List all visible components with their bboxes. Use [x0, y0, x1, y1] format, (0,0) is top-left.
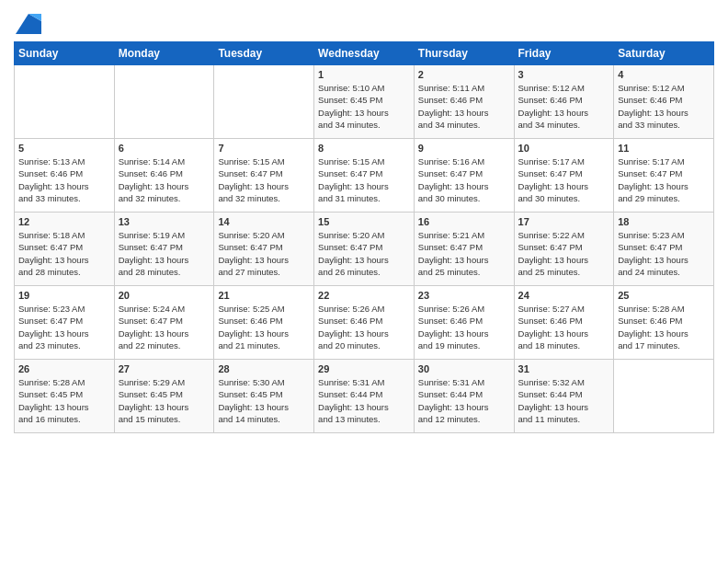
sun-time: and 24 minutes.	[618, 267, 680, 277]
day-info: Sunrise: 5:23 AMSunset: 6:47 PMDaylight:…	[18, 303, 110, 351]
daylight-hours: Daylight: 13 hours	[119, 402, 189, 412]
day-info: Sunrise: 5:18 AMSunset: 6:47 PMDaylight:…	[18, 229, 110, 278]
calendar-table: SundayMondayTuesdayWednesdayThursdayFrid…	[14, 41, 714, 433]
sun-time: and 27 minutes.	[218, 267, 280, 277]
daylight-hours: Daylight: 13 hours	[119, 181, 189, 191]
calendar-cell: 19Sunrise: 5:23 AMSunset: 6:47 PMDayligh…	[15, 286, 115, 360]
sun-time: Sunrise: 5:22 AM	[518, 230, 585, 240]
calendar-cell: 21Sunrise: 5:25 AMSunset: 6:46 PMDayligh…	[214, 286, 314, 360]
calendar-cell: 12Sunrise: 5:18 AMSunset: 6:47 PMDayligh…	[15, 213, 115, 286]
day-number: 17	[518, 216, 610, 227]
daylight-hours: Daylight: 13 hours	[18, 328, 89, 339]
sun-time: and 30 minutes.	[518, 193, 581, 203]
sun-time: Sunrise: 5:18 AM	[18, 230, 85, 240]
sun-time: Sunset: 6:45 PM	[18, 389, 83, 399]
daylight-hours: Daylight: 13 hours	[518, 108, 589, 118]
calendar-cell: 25Sunrise: 5:28 AMSunset: 6:46 PMDayligh…	[614, 286, 714, 360]
calendar-cell: 7Sunrise: 5:15 AMSunset: 6:47 PMDaylight…	[214, 139, 314, 213]
sun-time: Sunrise: 5:30 AM	[218, 377, 284, 387]
sun-time: and 34 minutes.	[518, 120, 581, 130]
sun-time: and 31 minutes.	[318, 193, 381, 203]
calendar-cell: 20Sunrise: 5:24 AMSunset: 6:47 PMDayligh…	[114, 286, 214, 360]
sun-time: Sunrise: 5:11 AM	[418, 83, 484, 93]
calendar-cell: 11Sunrise: 5:17 AMSunset: 6:47 PMDayligh…	[614, 139, 714, 213]
sun-time: Sunset: 6:46 PM	[418, 95, 483, 105]
sun-time: Sunset: 6:47 PM	[418, 242, 483, 252]
calendar-week-row: 1Sunrise: 5:10 AMSunset: 6:45 PMDaylight…	[15, 65, 714, 139]
sun-time: Sunrise: 5:24 AM	[119, 304, 185, 314]
column-header-wednesday: Wednesday	[314, 42, 415, 65]
day-number: 10	[518, 143, 610, 154]
calendar-cell: 9Sunrise: 5:16 AMSunset: 6:47 PMDaylight…	[414, 139, 514, 213]
column-header-thursday: Thursday	[414, 42, 514, 65]
daylight-hours: Daylight: 13 hours	[518, 402, 589, 412]
sun-time: Sunrise: 5:25 AM	[218, 304, 284, 314]
calendar-cell: 24Sunrise: 5:27 AMSunset: 6:46 PMDayligh…	[514, 286, 614, 360]
daylight-hours: Daylight: 13 hours	[618, 255, 688, 265]
sun-time: Sunset: 6:47 PM	[218, 242, 282, 252]
sun-time: Sunset: 6:46 PM	[318, 316, 382, 326]
calendar-week-row: 19Sunrise: 5:23 AMSunset: 6:47 PMDayligh…	[15, 286, 714, 360]
day-info: Sunrise: 5:29 AMSunset: 6:45 PMDaylight:…	[119, 376, 210, 425]
sun-time: Sunset: 6:46 PM	[518, 316, 583, 326]
sun-time: Sunrise: 5:16 AM	[418, 156, 484, 167]
calendar-cell: 3Sunrise: 5:12 AMSunset: 6:46 PMDaylight…	[514, 65, 614, 139]
day-info: Sunrise: 5:32 AMSunset: 6:44 PMDaylight:…	[518, 376, 610, 425]
sun-time: Sunset: 6:46 PM	[618, 316, 682, 326]
sun-time: Sunrise: 5:32 AM	[518, 377, 585, 387]
sun-time: Sunset: 6:47 PM	[618, 168, 682, 178]
calendar-cell: 1Sunrise: 5:10 AMSunset: 6:45 PMDaylight…	[314, 65, 415, 139]
page-container: SundayMondayTuesdayWednesdayThursdayFrid…	[0, 0, 728, 447]
sun-time: Sunrise: 5:31 AM	[318, 377, 384, 387]
day-info: Sunrise: 5:17 AMSunset: 6:47 PMDaylight:…	[618, 155, 710, 204]
sun-time: Sunrise: 5:26 AM	[318, 304, 384, 314]
sun-time: Sunset: 6:46 PM	[218, 316, 282, 326]
sun-time: Sunset: 6:46 PM	[618, 95, 682, 105]
sun-time: Sunset: 6:47 PM	[18, 242, 83, 252]
day-info: Sunrise: 5:11 AMSunset: 6:46 PMDaylight:…	[418, 82, 510, 131]
sun-time: Sunrise: 5:28 AM	[18, 377, 85, 387]
day-number: 13	[119, 216, 210, 227]
calendar-cell: 15Sunrise: 5:20 AMSunset: 6:47 PMDayligh…	[314, 213, 415, 286]
logo-icon	[16, 14, 41, 34]
page-header	[14, 9, 714, 34]
day-number: 7	[218, 143, 310, 154]
sun-time: and 21 minutes.	[218, 340, 280, 350]
day-number: 24	[518, 290, 610, 301]
calendar-cell: 28Sunrise: 5:30 AMSunset: 6:45 PMDayligh…	[214, 360, 314, 433]
sun-time: Sunrise: 5:27 AM	[518, 304, 585, 314]
daylight-hours: Daylight: 13 hours	[618, 108, 688, 118]
sun-time: and 11 minutes.	[518, 414, 581, 424]
daylight-hours: Daylight: 13 hours	[418, 328, 489, 339]
sun-time: and 20 minutes.	[318, 340, 381, 350]
column-header-monday: Monday	[114, 42, 214, 65]
sun-time: Sunrise: 5:15 AM	[318, 156, 384, 167]
calendar-cell	[15, 65, 115, 139]
daylight-hours: Daylight: 13 hours	[218, 181, 289, 191]
daylight-hours: Daylight: 13 hours	[318, 255, 389, 265]
daylight-hours: Daylight: 13 hours	[318, 328, 389, 339]
sun-time: Sunrise: 5:20 AM	[318, 230, 384, 240]
daylight-hours: Daylight: 13 hours	[218, 255, 289, 265]
daylight-hours: Daylight: 13 hours	[318, 108, 389, 118]
sun-time: Sunset: 6:47 PM	[518, 168, 583, 178]
sun-time: and 19 minutes.	[418, 340, 481, 350]
sun-time: and 28 minutes.	[18, 267, 81, 277]
sun-time: and 12 minutes.	[418, 414, 481, 424]
day-info: Sunrise: 5:20 AMSunset: 6:47 PMDaylight:…	[218, 229, 310, 278]
calendar-header-row: SundayMondayTuesdayWednesdayThursdayFrid…	[15, 42, 714, 65]
day-number: 20	[119, 290, 210, 301]
sun-time: Sunrise: 5:14 AM	[119, 156, 185, 167]
daylight-hours: Daylight: 13 hours	[318, 402, 389, 412]
day-number: 27	[119, 363, 210, 374]
sun-time: Sunset: 6:47 PM	[119, 316, 183, 326]
calendar-cell: 22Sunrise: 5:26 AMSunset: 6:46 PMDayligh…	[314, 286, 415, 360]
day-number: 16	[418, 216, 510, 227]
day-info: Sunrise: 5:10 AMSunset: 6:45 PMDaylight:…	[318, 82, 410, 131]
calendar-week-row: 26Sunrise: 5:28 AMSunset: 6:45 PMDayligh…	[15, 360, 714, 433]
sun-time: and 34 minutes.	[318, 120, 381, 130]
day-info: Sunrise: 5:21 AMSunset: 6:47 PMDaylight:…	[418, 229, 510, 278]
column-header-tuesday: Tuesday	[214, 42, 314, 65]
day-info: Sunrise: 5:26 AMSunset: 6:46 PMDaylight:…	[318, 303, 410, 351]
day-info: Sunrise: 5:22 AMSunset: 6:47 PMDaylight:…	[518, 229, 610, 278]
